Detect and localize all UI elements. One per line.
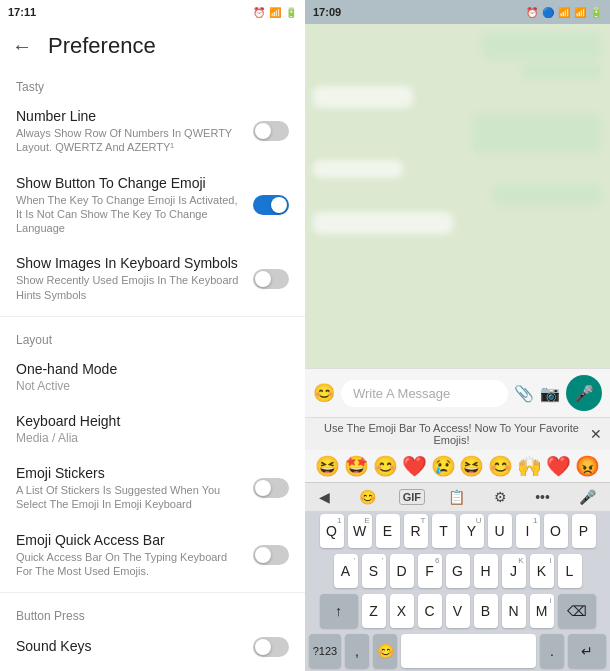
key-space[interactable] (401, 634, 536, 668)
key-j[interactable]: JK (502, 554, 526, 588)
emoji-item-1[interactable]: 😆 (315, 454, 340, 478)
emoji-suggestion-text: Use The Emoji Bar To Access! Now To Your… (313, 422, 590, 446)
setting-title-number-line: Number Line (16, 108, 245, 124)
section-header-layout: Layout (0, 321, 305, 351)
key-x[interactable]: X (390, 594, 414, 628)
setting-title-show-images: Show Images In Keyboard Symbols (16, 255, 245, 271)
key-c[interactable]: C (418, 594, 442, 628)
key-shift[interactable]: ↑ (320, 594, 358, 628)
key-p[interactable]: P (572, 514, 596, 548)
key-q[interactable]: Q1 (320, 514, 344, 548)
setting-item-show-button-emoji[interactable]: Show Button To Change Emoji When The Key… (0, 165, 305, 246)
key-t[interactable]: T (432, 514, 456, 548)
setting-title-keyboard-height: Keyboard Height (16, 413, 289, 429)
mic-button[interactable]: 🎤 (566, 375, 602, 411)
key-period[interactable]: . (540, 634, 564, 668)
key-d[interactable]: D (390, 554, 414, 588)
toggle-show-button-emoji[interactable] (253, 195, 289, 215)
key-comma[interactable]: , (345, 634, 369, 668)
key-enter[interactable]: ↵ (568, 634, 606, 668)
key-i[interactable]: I1 (516, 514, 540, 548)
page-title: Preference (48, 33, 156, 59)
setting-item-number-line[interactable]: Number Line Always Show Row Of Numbers I… (0, 98, 305, 165)
key-h[interactable]: H (474, 554, 498, 588)
back-button[interactable]: ← (12, 35, 32, 58)
message-placeholder: Write A Message (353, 386, 450, 401)
key-b[interactable]: B (474, 594, 498, 628)
emoji-item-4[interactable]: ❤️ (402, 454, 427, 478)
emoji-item-8[interactable]: 🙌 (517, 454, 542, 478)
key-w[interactable]: WE (348, 514, 372, 548)
toggle-sound-keys[interactable] (253, 637, 289, 657)
toggle-emoji-quick-access[interactable] (253, 545, 289, 565)
emoji-item-10[interactable]: 😡 (575, 454, 600, 478)
camera-button[interactable]: 📷 (540, 384, 560, 403)
alarm-icon: ⏰ (253, 7, 265, 18)
key-f[interactable]: F6 (418, 554, 442, 588)
attach-button[interactable]: 📎 (514, 384, 534, 403)
setting-desc-show-images: Show Recently Used Emojis In The Keyboar… (16, 273, 245, 302)
emoji-item-7[interactable]: 😊 (488, 454, 513, 478)
key-e[interactable]: E (376, 514, 400, 548)
key-y[interactable]: YU (460, 514, 484, 548)
key-a[interactable]: A' (334, 554, 358, 588)
key-l[interactable]: L (558, 554, 582, 588)
key-n[interactable]: N (502, 594, 526, 628)
setting-item-emoji-stickers[interactable]: Emoji Stickers A List Of Stickers Is Sug… (0, 455, 305, 522)
key-o[interactable]: O (544, 514, 568, 548)
setting-item-sound-keys[interactable]: Sound Keys (0, 627, 305, 667)
emoji-item-5[interactable]: 😢 (431, 454, 456, 478)
setting-item-one-hand[interactable]: One-hand Mode Not Active (0, 351, 305, 403)
key-backspace[interactable]: ⌫ (558, 594, 596, 628)
key-r[interactable]: RT (404, 514, 428, 548)
key-v[interactable]: V (446, 594, 470, 628)
setting-desc-emoji-stickers: A List Of Stickers Is Suggested When You… (16, 483, 245, 512)
keyboard-toolbar: ◀ 😊 GIF 📋 ⚙ ••• 🎤 (305, 482, 610, 511)
emoji-suggestion-close[interactable]: ✕ (590, 426, 602, 442)
toolbar-back[interactable]: ◀ (313, 487, 336, 507)
status-bar-right: 17:09 ⏰ 🔵 📶 📶 🔋 (305, 0, 610, 24)
toolbar-mic[interactable]: 🎤 (573, 487, 602, 507)
setting-item-keyboard-height[interactable]: Keyboard Height Media / Alia (0, 403, 305, 455)
key-emoji[interactable]: 😊 (373, 634, 397, 668)
emoji-item-2[interactable]: 🤩 (344, 454, 369, 478)
toggle-emoji-stickers[interactable] (253, 478, 289, 498)
key-u[interactable]: U (488, 514, 512, 548)
setting-desc-show-button-emoji: When The Key To Change Emoji Is Activate… (16, 193, 245, 236)
emoji-item-6[interactable]: 😆 (459, 454, 484, 478)
key-m[interactable]: Mi (530, 594, 554, 628)
emoji-item-9[interactable]: ❤️ (546, 454, 571, 478)
toolbar-more[interactable]: ••• (529, 487, 556, 507)
toolbar-emoji[interactable]: 😊 (353, 487, 382, 507)
key-z[interactable]: Z (362, 594, 386, 628)
section-header-button-press: Button Press (0, 597, 305, 627)
emoji-suggestion-bar: Use The Emoji Bar To Access! Now To Your… (305, 417, 610, 450)
emoji-button[interactable]: 😊 (313, 382, 335, 404)
emoji-item-3[interactable]: 😊 (373, 454, 398, 478)
status-icons-right: ⏰ 🔵 📶 📶 🔋 (526, 7, 602, 18)
setting-item-show-images[interactable]: Show Images In Keyboard Symbols Show Rec… (0, 245, 305, 312)
setting-item-emoji-quick-access[interactable]: Emoji Quick Access Bar Quick Access Bar … (0, 522, 305, 589)
bluetooth-icon: 🔵 (542, 7, 554, 18)
key-num-switch[interactable]: ?123 (309, 634, 341, 668)
toolbar-clipboard[interactable]: 📋 (442, 487, 471, 507)
toolbar-settings[interactable]: ⚙ (488, 487, 513, 507)
status-icons-left: ⏰ 📶 🔋 (253, 7, 297, 18)
key-row-1: Q1 WE E RT T YU U I1 O P (305, 511, 610, 551)
status-time-left: 17:11 (8, 6, 36, 18)
message-input[interactable]: Write A Message (341, 380, 508, 407)
emoji-row: 😆 🤩 😊 ❤️ 😢 😆 😊 🙌 ❤️ 😡 (305, 450, 610, 482)
setting-title-emoji-stickers: Emoji Stickers (16, 465, 245, 481)
chat-area (305, 24, 610, 368)
chat-bubble-7 (313, 212, 453, 234)
toolbar-gif[interactable]: GIF (399, 489, 425, 505)
toggle-number-line[interactable] (253, 121, 289, 141)
signal-icon: 📶 (269, 7, 281, 18)
chat-bubble-5 (313, 160, 403, 178)
key-k[interactable]: Kl (530, 554, 554, 588)
toggle-show-images[interactable] (253, 269, 289, 289)
setting-item-volume-keys[interactable]: Volume Keys Default Setting... (0, 667, 305, 671)
key-row-2: A' S' D F6 G H JK Kl L (305, 551, 610, 591)
key-g[interactable]: G (446, 554, 470, 588)
key-s[interactable]: S' (362, 554, 386, 588)
